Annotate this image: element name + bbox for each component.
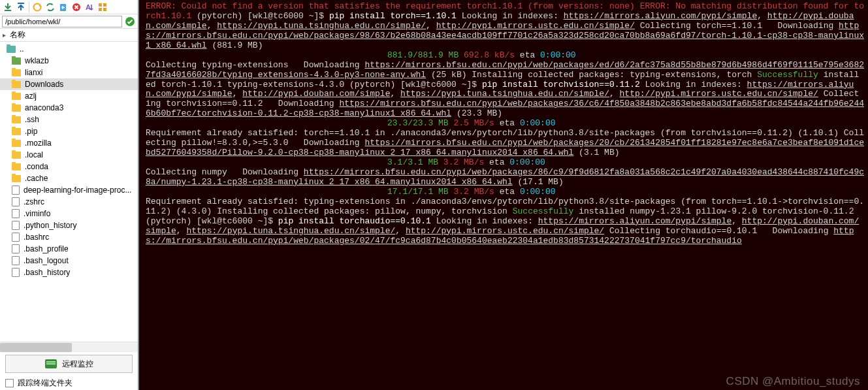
- file-item[interactable]: .bash_logout: [0, 255, 138, 267]
- file-toolbar: A: [0, 0, 138, 14]
- file-name: .pip: [25, 127, 37, 136]
- folder-icon: [12, 140, 21, 147]
- column-name: 名称: [10, 29, 25, 41]
- file-item[interactable]: .mozilla: [0, 137, 138, 149]
- watermark: CSDN @Ambitiou_studys: [726, 375, 860, 388]
- folder-icon: [12, 105, 21, 112]
- file-list[interactable]: ..wklazblianxiDownloadsazljanaconda3.ssh…: [0, 42, 138, 342]
- file-item[interactable]: .python_history: [0, 219, 138, 231]
- path-ok-icon[interactable]: [124, 16, 136, 27]
- file-item[interactable]: deep-learning-for-image-proc...: [0, 184, 138, 196]
- file-item[interactable]: anaconda3: [0, 102, 138, 114]
- remote-monitor-label: 远程监控: [62, 359, 93, 370]
- collecting-line: Collecting torchaudio==0.10.1: [609, 226, 757, 236]
- file-item[interactable]: ..: [0, 43, 138, 55]
- path-input[interactable]: [2, 16, 122, 27]
- file-name: deep-learning-for-image-proc...: [24, 186, 131, 195]
- file-icon: [12, 256, 20, 265]
- download-line: Downloading https://mirrors.bfsu.edu.cn/…: [146, 167, 864, 187]
- file-panel: A ▸ 名称 ..wklazblianxiDownloadsazljanacon…: [0, 0, 139, 390]
- file-item[interactable]: .cache: [0, 172, 138, 184]
- file-name: Downloads: [25, 80, 63, 89]
- folder-icon: [12, 163, 21, 171]
- file-item[interactable]: wklazb: [0, 55, 138, 67]
- file-name: .bash_profile: [24, 244, 69, 253]
- file-list-header[interactable]: ▸ 名称: [0, 29, 138, 42]
- folder-icon: [12, 175, 21, 182]
- track-terminal-row[interactable]: 跟踪终端文件夹: [0, 376, 138, 390]
- installing-line: Installing collected packages: pillow, n…: [217, 206, 507, 216]
- file-name: .mozilla: [25, 138, 52, 148]
- file-icon: [12, 209, 20, 218]
- progress-line: 23.3/23.3 MB 2.5 MB/s eta 0:00:00: [146, 119, 864, 129]
- grid-view-icon[interactable]: [97, 1, 108, 13]
- folder-icon: [7, 46, 16, 53]
- track-label: 跟踪终端文件夹: [18, 378, 72, 389]
- file-item[interactable]: .ssh: [0, 114, 138, 125]
- file-name: .zshrc: [24, 197, 44, 206]
- progress-line: 3.1/3.1 MB 3.2 MB/s eta 0:00:00: [146, 158, 864, 168]
- file-name: azlj: [25, 91, 37, 101]
- progress-line: 881.9/881.9 MB 692.8 kB/s eta 0:00:00: [146, 51, 864, 61]
- file-icon: [12, 233, 20, 242]
- file-item[interactable]: .bashrc: [0, 231, 138, 243]
- file-item[interactable]: .viminfo: [0, 208, 138, 219]
- file-name: .bashrc: [24, 233, 49, 242]
- svg-rect-4: [99, 3, 102, 7]
- file-item[interactable]: .local: [0, 149, 138, 161]
- svg-rect-5: [103, 3, 106, 7]
- file-item[interactable]: .conda: [0, 161, 138, 172]
- file-name: anaconda3: [25, 103, 63, 112]
- folder-icon: [12, 93, 21, 100]
- expand-icon[interactable]: ▸: [3, 31, 6, 39]
- file-item[interactable]: lianxi: [0, 67, 138, 78]
- refresh-arrows-icon[interactable]: [44, 1, 56, 13]
- file-name: .cache: [25, 174, 48, 183]
- toolbar-separator: [29, 2, 29, 12]
- file-icon: [12, 186, 20, 195]
- folder-icon: [12, 152, 21, 159]
- file-hscrollbar[interactable]: [0, 342, 138, 352]
- upload-icon[interactable]: [15, 1, 27, 13]
- path-bar: [0, 14, 138, 29]
- file-item[interactable]: Downloads: [0, 78, 138, 90]
- sort-icon[interactable]: A: [84, 1, 95, 13]
- folder-icon: [12, 57, 21, 65]
- terminal-output[interactable]: ERROR: Could not find a version that sat…: [139, 0, 868, 390]
- folder-icon: [12, 69, 21, 76]
- file-name: .ssh: [25, 115, 39, 124]
- track-checkbox[interactable]: [5, 379, 14, 387]
- monitor-icon: [45, 359, 57, 368]
- cancel-icon[interactable]: [71, 1, 82, 13]
- file-name: .local: [25, 150, 43, 159]
- file-item[interactable]: .bash_profile: [0, 243, 138, 255]
- prompt-line: (pytorch) [wkl@tc6000 ~]$ pip install to…: [349, 80, 640, 89]
- folder-icon: [12, 81, 21, 88]
- refresh-circle-icon[interactable]: [31, 1, 43, 13]
- prompt-line: (pytorch) [wkl@tc6000 ~]$ pip install to…: [197, 11, 457, 21]
- file-name: .bash_history: [24, 268, 70, 277]
- download-icon[interactable]: [2, 1, 14, 13]
- remote-monitor-button[interactable]: 远程监控: [5, 355, 133, 373]
- file-name: .viminfo: [24, 209, 50, 218]
- file-item[interactable]: .zshrc: [0, 196, 138, 208]
- file-icon: [12, 221, 20, 230]
- file-name: wklazb: [25, 56, 49, 65]
- file-icon: [12, 197, 20, 206]
- file-name: .bash_logout: [24, 256, 69, 265]
- file-item[interactable]: .pip: [0, 125, 138, 137]
- new-file-icon[interactable]: [57, 1, 69, 13]
- requirement-line: Requirement already satisfied: torch==1.…: [146, 128, 839, 138]
- file-name: lianxi: [25, 68, 42, 77]
- file-name: .conda: [25, 162, 48, 171]
- scrollbar-thumb[interactable]: [0, 343, 72, 352]
- file-item[interactable]: azlj: [0, 90, 138, 102]
- svg-point-0: [34, 3, 41, 10]
- file-icon: [12, 268, 20, 277]
- file-icon: [12, 244, 20, 253]
- collecting-line: Collecting torch==1.10.1: [640, 21, 762, 31]
- collecting-line: Collecting numpy: [146, 167, 227, 177]
- file-item[interactable]: .bash_history: [0, 267, 138, 278]
- file-name: ..: [20, 44, 24, 54]
- file-name: .python_history: [24, 221, 76, 230]
